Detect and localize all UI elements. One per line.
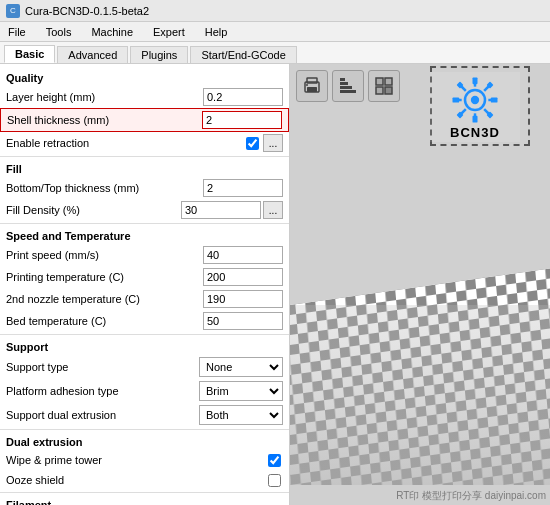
title-bar: C Cura-BCN3D-0.1.5-beta2 bbox=[0, 0, 550, 22]
svg-rect-23 bbox=[473, 115, 478, 122]
printing-temp-row: Printing temperature (C) bbox=[0, 266, 289, 288]
platform-adhesion-dropdown[interactable]: None Brim Raft bbox=[199, 381, 283, 401]
svg-rect-10 bbox=[376, 87, 383, 94]
app-icon: C bbox=[6, 4, 20, 18]
enable-retraction-label: Enable retraction bbox=[6, 137, 246, 149]
svg-rect-5 bbox=[340, 86, 352, 89]
ooze-shield-label: Ooze shield bbox=[6, 474, 268, 486]
svg-point-13 bbox=[471, 95, 479, 103]
shell-thickness-label: Shell thickness (mm) bbox=[7, 114, 202, 126]
svg-point-3 bbox=[306, 84, 308, 86]
watermark: RT印 模型打印分享 daiyinpai.com bbox=[396, 489, 546, 503]
bed-temp-label: Bed temperature (C) bbox=[6, 315, 203, 327]
3d-checkerboard bbox=[290, 245, 550, 485]
tab-advanced[interactable]: Advanced bbox=[57, 46, 128, 63]
print-speed-label: Print speed (mm/s) bbox=[6, 249, 203, 261]
tab-bar: Basic Advanced Plugins Start/End-GCode bbox=[0, 42, 550, 64]
menu-bar: File Tools Machine Expert Help bbox=[0, 22, 550, 42]
wipe-prime-checkbox[interactable] bbox=[268, 454, 281, 467]
menu-file[interactable]: File bbox=[4, 24, 30, 40]
svg-rect-25 bbox=[491, 97, 498, 102]
layer-height-input[interactable] bbox=[203, 88, 283, 106]
nozzle2-temp-row: 2nd nozzle temperature (C) bbox=[0, 288, 289, 310]
svg-rect-22 bbox=[473, 77, 478, 84]
bed-temp-input[interactable] bbox=[203, 312, 283, 330]
bcn3d-logo: BCN3D bbox=[430, 72, 520, 142]
view-icon[interactable] bbox=[368, 70, 400, 102]
svg-rect-35 bbox=[290, 305, 550, 485]
menu-tools[interactable]: Tools bbox=[42, 24, 76, 40]
wipe-prime-label: Wipe & prime tower bbox=[6, 454, 268, 466]
gear-icon bbox=[450, 75, 500, 125]
support-dual-row: Support dual extrusion Both First extrud… bbox=[0, 403, 289, 427]
support-type-row: Support type None Touching buildplate Ev… bbox=[0, 355, 289, 379]
fill-header: Fill bbox=[0, 159, 289, 177]
calibrate-icon[interactable] bbox=[332, 70, 364, 102]
dual-extrusion-header: Dual extrusion bbox=[0, 432, 289, 450]
fill-density-row: Fill Density (%) ... bbox=[0, 199, 289, 221]
layer-height-label: Layer height (mm) bbox=[6, 91, 203, 103]
svg-rect-9 bbox=[385, 78, 392, 85]
3d-view-panel: BCN3D bbox=[290, 64, 550, 505]
menu-expert[interactable]: Expert bbox=[149, 24, 189, 40]
shell-thickness-input[interactable] bbox=[202, 111, 282, 129]
nozzle2-temp-input[interactable] bbox=[203, 290, 283, 308]
support-type-label: Support type bbox=[6, 361, 199, 373]
bed-temp-row: Bed temperature (C) bbox=[0, 310, 289, 332]
ooze-shield-row: Ooze shield bbox=[0, 470, 289, 490]
svg-rect-24 bbox=[453, 97, 460, 102]
bottom-top-thickness-row: Bottom/Top thickness (mm) bbox=[0, 177, 289, 199]
tab-startend[interactable]: Start/End-GCode bbox=[190, 46, 296, 63]
print-icon[interactable] bbox=[296, 70, 328, 102]
menu-machine[interactable]: Machine bbox=[87, 24, 137, 40]
tab-basic[interactable]: Basic bbox=[4, 45, 55, 63]
ooze-shield-checkbox[interactable] bbox=[268, 474, 281, 487]
shell-thickness-row: Shell thickness (mm) bbox=[0, 108, 289, 132]
printing-temp-input[interactable] bbox=[203, 268, 283, 286]
svg-rect-4 bbox=[340, 90, 356, 93]
enable-retraction-checkbox[interactable] bbox=[246, 137, 259, 150]
filament-header: Filament bbox=[0, 495, 289, 505]
platform-adhesion-label: Platform adhesion type bbox=[6, 385, 199, 397]
layer-height-row: Layer height (mm) bbox=[0, 86, 289, 108]
svg-rect-8 bbox=[376, 78, 383, 85]
settings-panel: Quality Layer height (mm) Shell thicknes… bbox=[0, 64, 290, 505]
support-type-dropdown[interactable]: None Touching buildplate Everywhere bbox=[199, 357, 283, 377]
print-speed-input[interactable] bbox=[203, 246, 283, 264]
fill-density-label: Fill Density (%) bbox=[6, 204, 181, 216]
fill-density-dots-button[interactable]: ... bbox=[263, 201, 283, 219]
support-header: Support bbox=[0, 337, 289, 355]
bottom-top-thickness-label: Bottom/Top thickness (mm) bbox=[6, 182, 203, 194]
svg-rect-6 bbox=[340, 82, 348, 85]
wipe-prime-row: Wipe & prime tower bbox=[0, 450, 289, 470]
main-content: Quality Layer height (mm) Shell thicknes… bbox=[0, 64, 550, 505]
retraction-dots-button[interactable]: ... bbox=[263, 134, 283, 152]
nozzle2-temp-label: 2nd nozzle temperature (C) bbox=[6, 293, 203, 305]
svg-rect-1 bbox=[307, 78, 317, 83]
print-speed-row: Print speed (mm/s) bbox=[0, 244, 289, 266]
fill-density-input[interactable] bbox=[181, 201, 261, 219]
speed-temp-header: Speed and Temperature bbox=[0, 226, 289, 244]
menu-help[interactable]: Help bbox=[201, 24, 232, 40]
platform-adhesion-row: Platform adhesion type None Brim Raft bbox=[0, 379, 289, 403]
view-toolbar bbox=[296, 70, 400, 102]
window-title: Cura-BCN3D-0.1.5-beta2 bbox=[25, 5, 149, 17]
svg-rect-11 bbox=[385, 87, 392, 94]
svg-rect-7 bbox=[340, 78, 345, 81]
support-dual-dropdown[interactable]: Both First extruder Second extruder bbox=[199, 405, 283, 425]
printing-temp-label: Printing temperature (C) bbox=[6, 271, 203, 283]
bottom-top-thickness-input[interactable] bbox=[203, 179, 283, 197]
bcn3d-label: BCN3D bbox=[450, 125, 500, 140]
enable-retraction-row: Enable retraction ... bbox=[0, 132, 289, 154]
svg-rect-2 bbox=[307, 87, 317, 92]
support-dual-label: Support dual extrusion bbox=[6, 409, 199, 421]
tab-plugins[interactable]: Plugins bbox=[130, 46, 188, 63]
quality-header: Quality bbox=[0, 68, 289, 86]
